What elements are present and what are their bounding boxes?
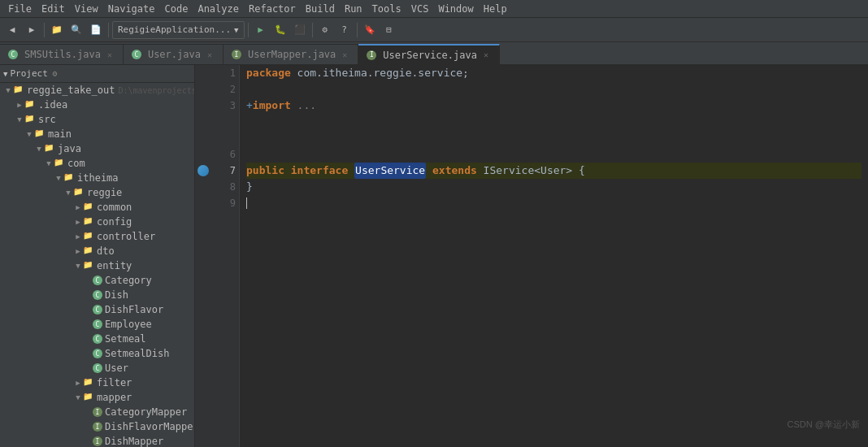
mapper-folder[interactable]: ▼ 📁 mapper (0, 390, 194, 405)
web-icon[interactable] (197, 165, 209, 176)
filter-folder[interactable]: ▶ 📁 filter (0, 375, 194, 390)
project-structure-button[interactable]: 📁 (48, 21, 66, 39)
menu-run[interactable]: Run (340, 3, 367, 15)
bookmarks-button[interactable]: 🔖 (361, 21, 379, 39)
gutter-line-1 (195, 65, 211, 81)
goto-file-button[interactable]: 📄 (87, 21, 105, 39)
itheima-expand: ▼ (54, 174, 63, 182)
tab-userservice[interactable]: I UserService.java ✕ (358, 44, 500, 64)
main-layout: ▼ Project ⚙ ▼ 📁 reggie_take_out D:\maven… (0, 65, 868, 447)
tab-user[interactable]: C User.java ✕ (124, 44, 224, 64)
tab-userservice-label: UserService.java (383, 50, 477, 61)
idea-label: .idea (38, 99, 67, 111)
project-arrow: ▼ (3, 70, 7, 78)
dish-icon: C (93, 290, 102, 300)
employee-class[interactable]: C Employee (0, 317, 194, 332)
dto-folder[interactable]: ▶ 📁 dto (0, 244, 194, 258)
src-folder[interactable]: ▼ 📁 src (0, 112, 194, 127)
closing-brace: } (246, 179, 253, 195)
dishflavor-icon: C (93, 305, 102, 315)
tab-user-close[interactable]: ✕ (205, 50, 215, 59)
dish-class[interactable]: C Dish (0, 288, 194, 302)
terminal-button[interactable]: ⊟ (380, 21, 398, 39)
settings-icon-button[interactable]: ⚙ (316, 21, 334, 39)
forward-button[interactable]: ▶ (23, 21, 41, 39)
tab-smsutils-close[interactable]: ✕ (105, 50, 115, 59)
idea-folder-icon: 📁 (24, 99, 36, 111)
menu-file[interactable]: File (3, 3, 37, 15)
common-folder[interactable]: ▶ 📁 common (0, 200, 194, 215)
dishflavormapper-class[interactable]: I DishFlavorMapper (0, 419, 194, 434)
com-folder-icon: 📁 (54, 158, 65, 169)
menu-vcs[interactable]: VCS (406, 3, 434, 15)
tree-root[interactable]: ▼ 📁 reggie_take_out D:\mavenprojects\reg… (0, 83, 194, 98)
run-config-selector[interactable]: RegigieApplication... ▼ (112, 21, 245, 39)
reggie-folder[interactable]: ▼ 📁 reggie (0, 185, 194, 200)
tab-usermapper-close[interactable]: ✕ (340, 50, 349, 59)
entity-folder[interactable]: ▼ 📁 entity (0, 258, 194, 273)
main-folder[interactable]: ▼ 📁 main (0, 127, 194, 141)
java-folder[interactable]: ▼ 📁 java (0, 141, 194, 156)
tab-usermapper[interactable]: I UserMapper.java ✕ (224, 44, 358, 64)
category-class[interactable]: C Category (0, 273, 194, 288)
code-content[interactable]: package com.itheima.reggie.service; + im… (240, 65, 868, 447)
space1 (284, 163, 291, 179)
space2 (348, 163, 354, 179)
help-icon-button[interactable]: ? (336, 21, 354, 39)
config-folder[interactable]: ▶ 📁 config (0, 215, 194, 229)
menu-view[interactable]: View (70, 3, 103, 15)
project-header[interactable]: ▼ Project ⚙ (0, 65, 194, 83)
back-button[interactable]: ◀ (3, 21, 21, 39)
reggie-label: reggie (87, 187, 122, 198)
dishflavor-class[interactable]: C DishFlavor (0, 302, 194, 317)
run-button[interactable]: ▶ (252, 21, 270, 39)
root-path: D:\mavenprojects\reggie (118, 86, 195, 95)
idea-folder[interactable]: ▶ 📁 .idea (0, 98, 194, 112)
controller-expand: ▶ (73, 232, 83, 241)
menu-navigate[interactable]: Navigate (103, 3, 160, 15)
stop-button[interactable]: ⬛ (291, 21, 309, 39)
menu-build[interactable]: Build (301, 3, 340, 15)
menu-code[interactable]: Code (160, 3, 193, 15)
menu-refactor[interactable]: Refactor (244, 3, 301, 15)
line-num-7: 7 (215, 163, 236, 179)
tab-userservice-close[interactable]: ✕ (481, 50, 491, 60)
controller-folder[interactable]: ▶ 📁 controller (0, 229, 194, 244)
line-num-3: 3 (215, 98, 236, 114)
src-folder-icon: 📁 (24, 114, 36, 125)
menu-analyze[interactable]: Analyze (193, 3, 244, 15)
dishmapper-class[interactable]: I DishMapper (0, 434, 194, 447)
root-label: reggie_take_out (27, 85, 115, 96)
config-folder-icon: 📁 (83, 216, 94, 228)
menu-help[interactable]: Help (479, 3, 512, 15)
user-tree-label: User (105, 362, 128, 374)
config-expand: ▶ (73, 218, 83, 226)
com-folder[interactable]: ▼ 📁 com (0, 156, 194, 171)
categorymapper-label: CategoryMapper (105, 406, 187, 418)
root-folder-icon: 📁 (13, 85, 24, 96)
code-line-3: + import ... (246, 98, 861, 114)
employee-label: Employee (105, 319, 152, 330)
code-line-4 (246, 114, 861, 130)
debug-button[interactable]: 🐛 (271, 21, 289, 39)
tab-smsutils[interactable]: C SMSUtils.java ✕ (0, 44, 124, 64)
menu-window[interactable]: Window (433, 3, 478, 15)
search-button[interactable]: 🔍 (67, 21, 85, 39)
dishflavormapper-label: DishFlavorMapper (105, 421, 195, 432)
run-config-label: RegigieApplication... (118, 24, 231, 35)
categorymapper-class[interactable]: I CategoryMapper (0, 405, 194, 419)
menu-edit[interactable]: Edit (37, 3, 70, 15)
userservice-selected: UserService (354, 163, 426, 179)
gutter-icons (195, 65, 211, 447)
entity-expand: ▼ (73, 262, 83, 270)
user-class[interactable]: C User (0, 361, 194, 375)
setmealdish-class[interactable]: C SetmealDish (0, 346, 194, 361)
gutter-line-7 (195, 163, 211, 179)
itheima-folder[interactable]: ▼ 📁 itheima (0, 171, 194, 185)
setmeal-class[interactable]: C Setmeal (0, 332, 194, 346)
common-folder-icon: 📁 (83, 202, 94, 213)
category-label: Category (105, 275, 152, 286)
menu-tools[interactable]: Tools (367, 3, 406, 15)
filter-folder-icon: 📁 (83, 377, 94, 388)
package-name: com.itheima.reggie.service; (291, 65, 469, 81)
